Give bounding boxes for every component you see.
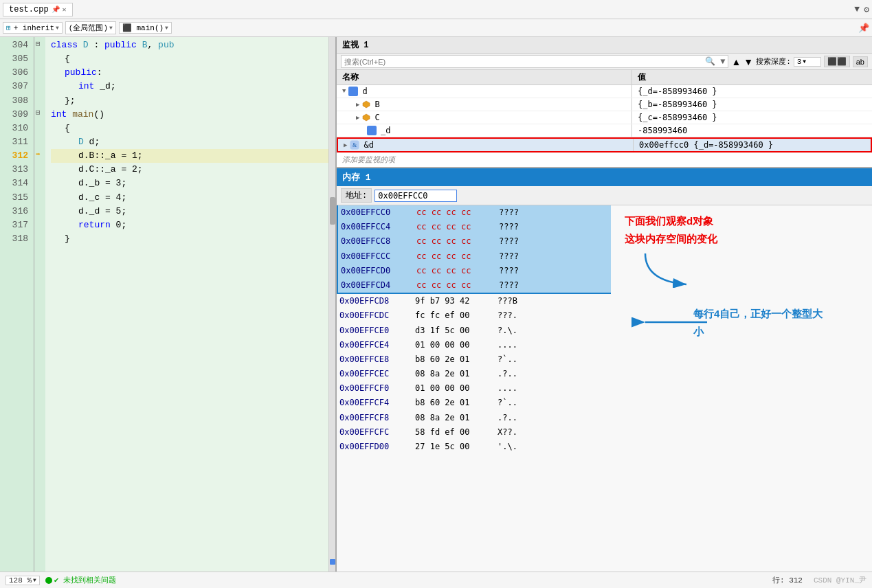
code-line-309: int main()	[51, 108, 328, 122]
memory-row-0: 0x00EFFCC0 cc cc cc cc ????	[337, 205, 611, 220]
annotation-text-2: 每行4自己，正好一个整型大小	[693, 305, 823, 340]
collapse-309[interactable]: ⊟	[36, 106, 45, 120]
cube-icon-_d	[367, 126, 377, 135]
editor-toolbar: ⊞ + inherit ▼ (全局范围) ▼ ⬛ main() ▼ 📌	[0, 19, 872, 37]
watermark: CSDN @YIN_尹	[814, 575, 867, 585]
code-line-304: class D : public B, pub	[51, 38, 328, 52]
move-down-button[interactable]: ▼	[744, 56, 753, 67]
memory-row-13: 0x00EFFCF4 b8 60 2e 01 ?`..	[337, 396, 611, 410]
watch-row-d[interactable]: ▼ d {_d=-858993460 }	[337, 85, 872, 98]
memory-toolbar: 地址:	[337, 186, 872, 205]
watch-row-ref-d[interactable]: ▶ & &d 0x00effcc0 {_d=-858993460 }	[337, 137, 872, 152]
code-line-314: d._b = 3;	[51, 177, 328, 190]
watch-search-input[interactable]	[344, 58, 705, 66]
expand-d[interactable]: ▼	[342, 88, 346, 95]
memory-panel: 内存 1 地址: 0x00EFFCC0 cc cc cc cc ???? 0x0…	[337, 168, 872, 572]
code-line-316: d._d = 5;	[51, 205, 328, 218]
right-panel: 监视 1 🔍 ▼ ▲ ▼ 搜索深度: 3 ▼ ⬛⬛ ab	[337, 37, 872, 572]
code-line-310: {	[51, 122, 328, 135]
cube-icon-B	[362, 100, 370, 109]
code-line-305: {	[51, 52, 328, 66]
tab-close-icon[interactable]: ✕	[63, 5, 67, 14]
search-icon[interactable]: 🔍 ▼	[705, 56, 725, 67]
pin-toolbar-icon[interactable]: 📌	[858, 23, 869, 34]
watch-name-C: C	[374, 113, 379, 122]
memory-row-6: 0x00EFFCD8 9f b7 93 42 ???B	[337, 294, 611, 308]
file-tab[interactable]: test.cpp 📌 ✕	[3, 3, 73, 16]
code-lines[interactable]: class D : public B, pub { public: int _d…	[45, 37, 328, 572]
address-input[interactable]	[374, 190, 457, 202]
memory-table[interactable]: 0x00EFFCC0 cc cc cc cc ???? 0x00EFFCC4 c…	[337, 205, 611, 572]
watch-panel: 监视 1 🔍 ▼ ▲ ▼ 搜索深度: 3 ▼ ⬛⬛ ab	[337, 37, 872, 168]
expand-C[interactable]: ▶	[356, 114, 359, 122]
memory-row-8: 0x00EFFCE0 d3 1f 5c 00 ?.\.	[337, 324, 611, 338]
memory-row-1: 0x00EFFCC4 cc cc cc cc ????	[337, 220, 611, 234]
watch-toolbar-right: ▲ ▼ 搜索深度: 3 ▼ ⬛⬛ ab	[731, 56, 868, 67]
memory-row-12: 0x00EFFCF0 01 00 00 00 ....	[337, 381, 611, 396]
copy-button[interactable]: ⬛⬛	[824, 56, 850, 67]
memory-row-14: 0x00EFFCF8 08 8a 2e 01 .?..	[337, 411, 611, 425]
code-line-318: }	[51, 232, 328, 246]
ref-icon-d: &	[350, 140, 359, 150]
cube-icon-d	[348, 87, 358, 96]
watch-value-C: {_c=-858993460 }	[632, 111, 872, 124]
watch-col-value-header: 值	[632, 70, 872, 84]
watch-row-name-d: ▼ d	[337, 85, 632, 98]
code-vscroll[interactable]	[328, 37, 335, 572]
cube-icon-C	[362, 113, 370, 122]
collapse-304[interactable]: ⊟	[36, 37, 45, 51]
dropdown-icon[interactable]: ▼	[854, 4, 860, 15]
memory-row-2: 0x00EFFCC8 cc cc cc cc ????	[337, 234, 611, 249]
watch-col-name-header: 名称	[337, 70, 632, 84]
watch-row-B[interactable]: ▶ B {_b=-858993460 }	[337, 98, 872, 111]
top-bar-actions: ▼ ⚙	[854, 4, 869, 15]
svg-marker-1	[363, 114, 370, 121]
code-line-307: int _d;	[51, 80, 328, 93]
memory-row-9: 0x00EFFCE4 01 00 00 00 ....	[337, 338, 611, 352]
svg-text:&: &	[353, 142, 357, 148]
watch-add-hint[interactable]: 添加要监视的项	[337, 152, 872, 167]
watch-value-B: {_b=-858993460 }	[632, 98, 872, 111]
annotation-arrow-1	[638, 247, 707, 288]
bottom-right-area: 行: 312 CSDN @YIN_尹	[772, 575, 867, 585]
watch-table: 名称 值 ▼ d {_d=-858993460 }	[337, 70, 872, 167]
memory-row-11: 0x00EFFCEC 08 8a 2e 01 .?..	[337, 367, 611, 381]
memory-row-10: 0x00EFFCE8 b8 60 2e 01 ?`..	[337, 352, 611, 367]
watch-row-C[interactable]: ▶ C {_c=-858993460 }	[337, 111, 872, 124]
depth-select[interactable]: 3 ▼	[794, 57, 821, 67]
annotation-text-1: 下面我们观察d对象这块内存空间的变化	[625, 212, 717, 247]
scope-select[interactable]: (全局范围) ▼	[65, 21, 116, 34]
expand-ref-d[interactable]: ▶	[344, 142, 347, 149]
watch-row-name-_d: _d	[337, 124, 632, 137]
settings-icon[interactable]: ⚙	[864, 4, 869, 15]
code-line-306: public:	[51, 66, 328, 80]
main-split: 304 305 306 307 308 309 310 311 312 313 …	[0, 37, 872, 572]
watch-row-name-B: ▶ B	[337, 98, 632, 111]
watch-name-d: d	[362, 87, 367, 96]
current-arrow: ➡	[36, 148, 45, 161]
memory-row-16: 0x00EFFD00 27 1e 5c 00 '.\.	[337, 440, 611, 454]
ab-button[interactable]: ab	[853, 56, 868, 67]
watch-name-ref-d: &d	[364, 140, 373, 150]
watch-table-header: 名称 值	[337, 70, 872, 85]
code-line-311: D d;	[51, 135, 328, 149]
top-bar: test.cpp 📌 ✕ ▼ ⚙	[0, 0, 872, 19]
annotation-overlay: 下面我们观察d对象这块内存空间的变化 每行4自己，正好一个整型大小	[611, 205, 872, 572]
inherit-select[interactable]: ⊞ + inherit ▼	[3, 22, 63, 34]
pin-icon: 📌	[52, 5, 60, 14]
watch-name-_d: _d	[381, 126, 390, 135]
address-label: 地址:	[341, 188, 372, 203]
memory-row-4: 0x00EFFCD0 cc cc cc cc ????	[337, 264, 611, 278]
code-line-312: d.B::_a = 1;	[51, 149, 328, 163]
zoom-select[interactable]: 128 % ▼	[5, 576, 40, 585]
watch-value-_d: -858993460	[632, 124, 872, 137]
watch-row-_d[interactable]: _d -858993460	[337, 124, 872, 137]
code-line-317: return 0;	[51, 218, 328, 232]
memory-content: 0x00EFFCC0 cc cc cc cc ???? 0x00EFFCC4 c…	[337, 205, 872, 572]
expand-B[interactable]: ▶	[356, 101, 359, 109]
memory-header: 内存 1	[337, 168, 872, 186]
move-up-button[interactable]: ▲	[731, 56, 741, 67]
status-text: ✔ 未找到相关问题	[54, 575, 116, 585]
gutter: ⊟ ⊟ ➡	[34, 37, 45, 572]
func-select[interactable]: ⬛ main() ▼	[119, 22, 172, 34]
